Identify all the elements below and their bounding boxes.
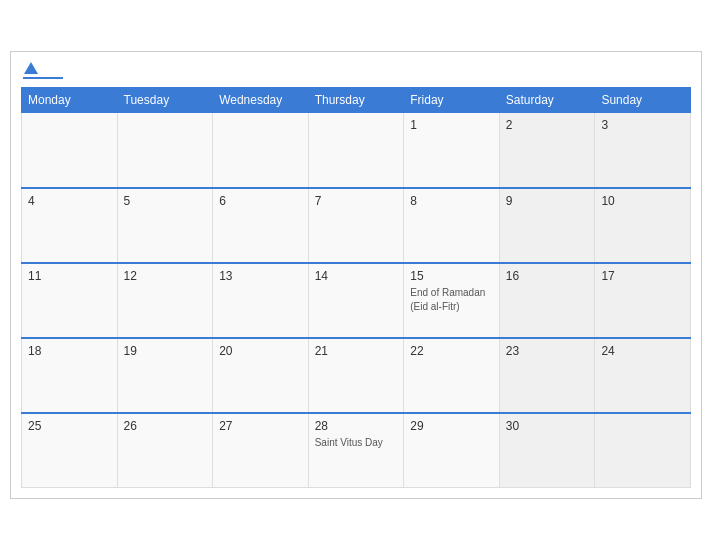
calendar-week-row: 123 [22, 113, 691, 188]
day-number: 18 [28, 344, 111, 358]
day-number: 13 [219, 269, 302, 283]
day-number: 23 [506, 344, 589, 358]
calendar-day-cell: 11 [22, 263, 118, 338]
weekday-header-cell: Saturday [499, 88, 595, 113]
calendar-day-cell: 23 [499, 338, 595, 413]
calendar-day-cell: 8 [404, 188, 500, 263]
calendar-day-cell: 16 [499, 263, 595, 338]
calendar-day-cell: 24 [595, 338, 691, 413]
calendar-week-row: 25262728Saint Vitus Day2930 [22, 413, 691, 488]
day-number: 17 [601, 269, 684, 283]
weekday-header-cell: Wednesday [213, 88, 309, 113]
calendar-day-cell: 17 [595, 263, 691, 338]
day-number: 16 [506, 269, 589, 283]
day-number: 19 [124, 344, 207, 358]
calendar-day-cell: 28Saint Vitus Day [308, 413, 404, 488]
calendar-day-cell: 2 [499, 113, 595, 188]
day-number: 11 [28, 269, 111, 283]
calendar-day-cell [213, 113, 309, 188]
calendar-day-cell: 12 [117, 263, 213, 338]
calendar-day-cell: 15End of Ramadan (Eid al-Fitr) [404, 263, 500, 338]
calendar-week-row: 18192021222324 [22, 338, 691, 413]
calendar-day-cell: 13 [213, 263, 309, 338]
day-number: 24 [601, 344, 684, 358]
logo-triangle-icon [24, 62, 38, 74]
weekday-header-cell: Friday [404, 88, 500, 113]
calendar-day-cell: 26 [117, 413, 213, 488]
day-number: 7 [315, 194, 398, 208]
weekday-header-cell: Sunday [595, 88, 691, 113]
day-number: 8 [410, 194, 493, 208]
calendar-day-cell: 1 [404, 113, 500, 188]
calendar-day-cell [22, 113, 118, 188]
calendar-day-cell [117, 113, 213, 188]
calendar-header [21, 62, 691, 79]
calendar-day-cell: 19 [117, 338, 213, 413]
weekday-header-row: MondayTuesdayWednesdayThursdayFridaySatu… [22, 88, 691, 113]
day-number: 14 [315, 269, 398, 283]
day-number: 2 [506, 118, 589, 132]
event-text: End of Ramadan (Eid al-Fitr) [410, 287, 485, 312]
day-number: 29 [410, 419, 493, 433]
calendar-day-cell: 9 [499, 188, 595, 263]
calendar-day-cell: 7 [308, 188, 404, 263]
day-number: 15 [410, 269, 493, 283]
day-number: 4 [28, 194, 111, 208]
calendar-day-cell: 18 [22, 338, 118, 413]
logo-line [23, 77, 63, 79]
day-number: 3 [601, 118, 684, 132]
day-number: 9 [506, 194, 589, 208]
day-number: 20 [219, 344, 302, 358]
weekday-header-cell: Tuesday [117, 88, 213, 113]
weekday-header-cell: Thursday [308, 88, 404, 113]
calendar-day-cell: 22 [404, 338, 500, 413]
day-number: 27 [219, 419, 302, 433]
logo [23, 62, 63, 79]
calendar-day-cell: 6 [213, 188, 309, 263]
day-number: 30 [506, 419, 589, 433]
calendar-day-cell: 5 [117, 188, 213, 263]
day-number: 22 [410, 344, 493, 358]
calendar-day-cell: 4 [22, 188, 118, 263]
calendar-container: MondayTuesdayWednesdayThursdayFridaySatu… [10, 51, 702, 499]
day-number: 28 [315, 419, 398, 433]
calendar-day-cell: 3 [595, 113, 691, 188]
event-text: Saint Vitus Day [315, 437, 383, 448]
day-number: 6 [219, 194, 302, 208]
day-number: 25 [28, 419, 111, 433]
calendar-grid: MondayTuesdayWednesdayThursdayFridaySatu… [21, 87, 691, 488]
day-number: 26 [124, 419, 207, 433]
day-number: 10 [601, 194, 684, 208]
calendar-day-cell: 14 [308, 263, 404, 338]
calendar-day-cell [595, 413, 691, 488]
calendar-week-row: 45678910 [22, 188, 691, 263]
calendar-day-cell: 30 [499, 413, 595, 488]
day-number: 12 [124, 269, 207, 283]
calendar-day-cell: 29 [404, 413, 500, 488]
calendar-day-cell [308, 113, 404, 188]
day-number: 5 [124, 194, 207, 208]
day-number: 1 [410, 118, 493, 132]
calendar-week-row: 1112131415End of Ramadan (Eid al-Fitr)16… [22, 263, 691, 338]
calendar-day-cell: 25 [22, 413, 118, 488]
calendar-day-cell: 27 [213, 413, 309, 488]
calendar-day-cell: 21 [308, 338, 404, 413]
weekday-header-cell: Monday [22, 88, 118, 113]
day-number: 21 [315, 344, 398, 358]
calendar-day-cell: 20 [213, 338, 309, 413]
calendar-day-cell: 10 [595, 188, 691, 263]
